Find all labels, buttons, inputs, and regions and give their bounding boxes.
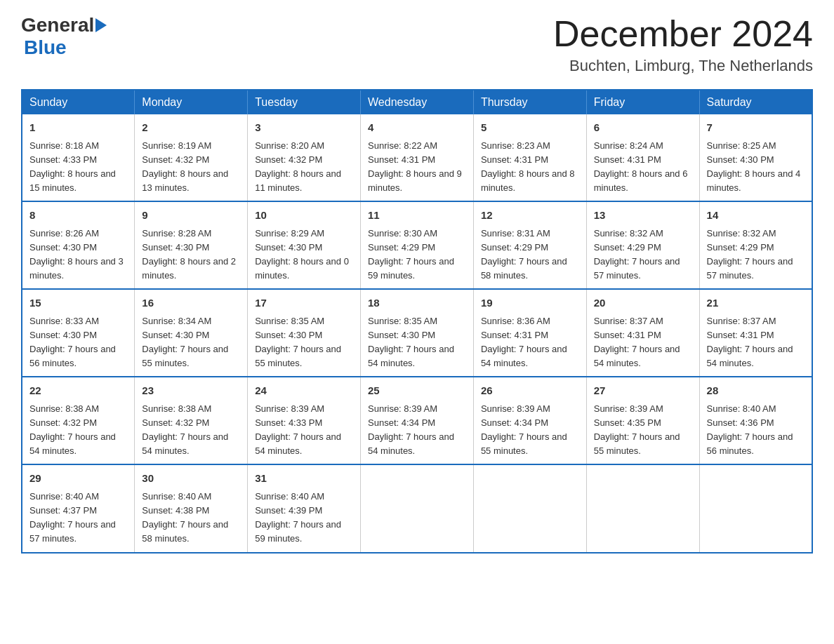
day-number: 23 xyxy=(142,383,240,399)
calendar-header-monday: Monday xyxy=(135,90,248,114)
day-number: 25 xyxy=(368,383,466,399)
day-number: 13 xyxy=(594,208,692,224)
calendar-cell: 14Sunrise: 8:32 AMSunset: 4:29 PMDayligh… xyxy=(699,201,812,289)
day-number: 2 xyxy=(142,120,240,136)
day-info: Sunrise: 8:39 AMSunset: 4:35 PMDaylight:… xyxy=(594,403,680,456)
day-number: 19 xyxy=(481,295,579,311)
day-info: Sunrise: 8:23 AMSunset: 4:31 PMDaylight:… xyxy=(481,140,575,193)
logo-general-text: General xyxy=(21,14,94,36)
day-number: 30 xyxy=(142,471,240,487)
calendar-cell: 18Sunrise: 8:35 AMSunset: 4:30 PMDayligh… xyxy=(361,289,474,377)
calendar-cell: 10Sunrise: 8:29 AMSunset: 4:30 PMDayligh… xyxy=(248,201,361,289)
day-number: 1 xyxy=(29,120,127,136)
calendar-cell xyxy=(586,464,699,552)
day-info: Sunrise: 8:39 AMSunset: 4:34 PMDaylight:… xyxy=(481,403,567,456)
calendar-header-thursday: Thursday xyxy=(473,90,586,114)
calendar-header-row: SundayMondayTuesdayWednesdayThursdayFrid… xyxy=(22,90,812,114)
calendar-cell: 12Sunrise: 8:31 AMSunset: 4:29 PMDayligh… xyxy=(473,201,586,289)
page-header: General Blue December 2024 Buchten, Limb… xyxy=(21,14,813,75)
calendar-cell: 17Sunrise: 8:35 AMSunset: 4:30 PMDayligh… xyxy=(248,289,361,377)
calendar-cell: 23Sunrise: 8:38 AMSunset: 4:32 PMDayligh… xyxy=(135,377,248,464)
day-info: Sunrise: 8:35 AMSunset: 4:30 PMDaylight:… xyxy=(368,316,454,368)
day-info: Sunrise: 8:33 AMSunset: 4:30 PMDaylight:… xyxy=(29,316,116,368)
day-number: 29 xyxy=(29,471,127,487)
calendar-header-tuesday: Tuesday xyxy=(248,90,361,114)
day-info: Sunrise: 8:22 AMSunset: 4:31 PMDaylight:… xyxy=(368,140,462,193)
calendar-cell xyxy=(699,464,812,552)
calendar-week-3: 15Sunrise: 8:33 AMSunset: 4:30 PMDayligh… xyxy=(22,289,812,377)
calendar-cell: 9Sunrise: 8:28 AMSunset: 4:30 PMDaylight… xyxy=(135,201,248,289)
day-number: 6 xyxy=(594,120,692,136)
location-title: Buchten, Limburg, The Netherlands xyxy=(553,57,813,75)
day-number: 11 xyxy=(368,208,466,224)
day-info: Sunrise: 8:35 AMSunset: 4:30 PMDaylight:… xyxy=(255,316,341,368)
calendar-week-2: 8Sunrise: 8:26 AMSunset: 4:30 PMDaylight… xyxy=(22,201,812,289)
day-number: 12 xyxy=(481,208,579,224)
calendar-cell: 5Sunrise: 8:23 AMSunset: 4:31 PMDaylight… xyxy=(473,114,586,201)
day-info: Sunrise: 8:28 AMSunset: 4:30 PMDaylight:… xyxy=(142,228,236,281)
day-info: Sunrise: 8:40 AMSunset: 4:37 PMDaylight:… xyxy=(29,491,116,544)
day-number: 28 xyxy=(707,383,805,399)
calendar-cell: 8Sunrise: 8:26 AMSunset: 4:30 PMDaylight… xyxy=(22,201,135,289)
day-info: Sunrise: 8:24 AMSunset: 4:31 PMDaylight:… xyxy=(594,140,688,193)
logo: General Blue xyxy=(21,14,110,59)
calendar-cell xyxy=(473,464,586,552)
day-number: 24 xyxy=(255,383,353,399)
day-info: Sunrise: 8:30 AMSunset: 4:29 PMDaylight:… xyxy=(368,228,454,281)
calendar-cell: 20Sunrise: 8:37 AMSunset: 4:31 PMDayligh… xyxy=(586,289,699,377)
calendar-cell: 7Sunrise: 8:25 AMSunset: 4:30 PMDaylight… xyxy=(699,114,812,201)
calendar-cell: 24Sunrise: 8:39 AMSunset: 4:33 PMDayligh… xyxy=(248,377,361,464)
calendar-cell: 15Sunrise: 8:33 AMSunset: 4:30 PMDayligh… xyxy=(22,289,135,377)
day-number: 31 xyxy=(255,471,353,487)
title-block: December 2024 Buchten, Limburg, The Neth… xyxy=(553,14,813,75)
logo-arrow-icon xyxy=(95,15,110,35)
calendar-header-friday: Friday xyxy=(586,90,699,114)
calendar-cell: 31Sunrise: 8:40 AMSunset: 4:39 PMDayligh… xyxy=(248,464,361,552)
day-info: Sunrise: 8:40 AMSunset: 4:38 PMDaylight:… xyxy=(142,491,228,544)
day-number: 22 xyxy=(29,383,127,399)
day-number: 20 xyxy=(594,295,692,311)
day-info: Sunrise: 8:39 AMSunset: 4:34 PMDaylight:… xyxy=(368,403,454,456)
calendar-cell: 11Sunrise: 8:30 AMSunset: 4:29 PMDayligh… xyxy=(361,201,474,289)
calendar-cell: 22Sunrise: 8:38 AMSunset: 4:32 PMDayligh… xyxy=(22,377,135,464)
calendar-header-wednesday: Wednesday xyxy=(361,90,474,114)
day-number: 3 xyxy=(255,120,353,136)
day-info: Sunrise: 8:19 AMSunset: 4:32 PMDaylight:… xyxy=(142,140,228,193)
calendar-cell: 27Sunrise: 8:39 AMSunset: 4:35 PMDayligh… xyxy=(586,377,699,464)
month-title: December 2024 xyxy=(553,14,813,54)
calendar-header-sunday: Sunday xyxy=(22,90,135,114)
day-number: 15 xyxy=(29,295,127,311)
calendar-table: SundayMondayTuesdayWednesdayThursdayFrid… xyxy=(21,89,813,553)
day-number: 16 xyxy=(142,295,240,311)
calendar-week-1: 1Sunrise: 8:18 AMSunset: 4:33 PMDaylight… xyxy=(22,114,812,201)
day-number: 7 xyxy=(707,120,805,136)
calendar-week-5: 29Sunrise: 8:40 AMSunset: 4:37 PMDayligh… xyxy=(22,464,812,552)
day-number: 14 xyxy=(707,208,805,224)
calendar-cell: 28Sunrise: 8:40 AMSunset: 4:36 PMDayligh… xyxy=(699,377,812,464)
day-info: Sunrise: 8:18 AMSunset: 4:33 PMDaylight:… xyxy=(29,140,116,193)
day-info: Sunrise: 8:20 AMSunset: 4:32 PMDaylight:… xyxy=(255,140,341,193)
day-info: Sunrise: 8:29 AMSunset: 4:30 PMDaylight:… xyxy=(255,228,349,281)
day-number: 21 xyxy=(707,295,805,311)
day-number: 5 xyxy=(481,120,579,136)
calendar-cell: 30Sunrise: 8:40 AMSunset: 4:38 PMDayligh… xyxy=(135,464,248,552)
day-number: 26 xyxy=(481,383,579,399)
day-number: 27 xyxy=(594,383,692,399)
day-info: Sunrise: 8:34 AMSunset: 4:30 PMDaylight:… xyxy=(142,316,228,368)
day-number: 4 xyxy=(368,120,466,136)
day-info: Sunrise: 8:39 AMSunset: 4:33 PMDaylight:… xyxy=(255,403,341,456)
day-info: Sunrise: 8:31 AMSunset: 4:29 PMDaylight:… xyxy=(481,228,567,281)
day-info: Sunrise: 8:32 AMSunset: 4:29 PMDaylight:… xyxy=(594,228,680,281)
day-info: Sunrise: 8:37 AMSunset: 4:31 PMDaylight:… xyxy=(707,316,793,368)
day-info: Sunrise: 8:26 AMSunset: 4:30 PMDaylight:… xyxy=(29,228,124,281)
day-info: Sunrise: 8:40 AMSunset: 4:39 PMDaylight:… xyxy=(255,491,341,544)
day-info: Sunrise: 8:36 AMSunset: 4:31 PMDaylight:… xyxy=(481,316,567,368)
day-info: Sunrise: 8:40 AMSunset: 4:36 PMDaylight:… xyxy=(707,403,793,456)
calendar-cell: 16Sunrise: 8:34 AMSunset: 4:30 PMDayligh… xyxy=(135,289,248,377)
day-number: 10 xyxy=(255,208,353,224)
day-info: Sunrise: 8:37 AMSunset: 4:31 PMDaylight:… xyxy=(594,316,680,368)
day-number: 17 xyxy=(255,295,353,311)
day-number: 9 xyxy=(142,208,240,224)
day-info: Sunrise: 8:32 AMSunset: 4:29 PMDaylight:… xyxy=(707,228,793,281)
calendar-cell: 4Sunrise: 8:22 AMSunset: 4:31 PMDaylight… xyxy=(361,114,474,201)
